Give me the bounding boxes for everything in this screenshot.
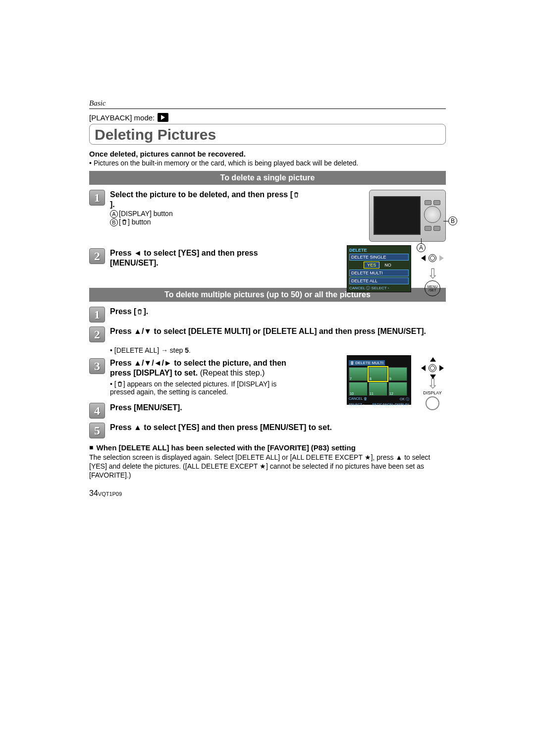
playback-icon [158,113,168,122]
single-step1-sub-b: B[] button [110,218,302,226]
intro-note: Pictures on the built-in memory or the c… [89,159,446,167]
single-step1-text: Select the picture to be deleted, and th… [110,190,302,210]
delete-multi-illustration: 🗑 DELETE MULTI 7 8 9 10 11 12 CANCEL 🗑OK… [347,355,411,405]
title-box: Deleting Pictures [89,124,446,145]
callout-b-icon: B [110,218,118,226]
multi-step2: 2 Press ▲/▼ to select [DELETE MULTI] or … [89,326,446,342]
display-button-icon [426,396,439,410]
favorite-heading: ■ When [DELETE ALL] has been selected wi… [89,443,446,452]
star-icon: ★ [365,453,371,461]
dpad-icon [421,248,444,268]
single-step1: 1 Select the picture to be deleted, and … [89,190,302,226]
multi-step2-text: Press ▲/▼ to select [DELETE MULTI] or [D… [110,326,446,336]
bullet-icon [89,159,92,167]
step-number-icon: 1 [89,190,105,206]
trash-icon [121,218,128,225]
step-number-icon: 4 [89,403,105,419]
intro-note-text: Pictures on the built-in memory or the c… [94,159,359,167]
mode-label: [PLAYBACK] mode: [89,113,155,122]
callout-a-icon: A [110,210,118,218]
multi-step3-note: [] appears on the selected pictures. If … [110,380,302,396]
step-number-icon: 1 [89,307,105,323]
section-label: Basic [89,99,446,109]
single-step2: 2 Press ◄ to select [YES] and then press… [89,248,302,268]
trash-icon [293,191,300,198]
multi-step1: 1 Press []. [89,307,446,323]
dpad-icon [421,358,444,378]
single-step1-row: 1 Select the picture to be deleted, and … [89,190,446,226]
dpad-display-illustration: ⇩ DISPLAY [419,358,446,410]
subheader-single: To delete a single picture [89,171,446,185]
down-arrow-icon: ⇩ [419,380,446,388]
single-step2-text: Press ◄ to select [YES] and then press [… [110,248,302,268]
delete-menu-illustration: DELETE DELETE SINGLE YESNO DELETE MULTI … [347,245,411,292]
dpad-menuset-illustration: ⇩ MENU/SET [419,248,446,296]
delete-warning: Once deleted, pictures cannot be recover… [89,150,446,158]
multi-step5: 5 Press ▲ to select [YES] and then press… [89,423,446,438]
display-label: DISPLAY [419,390,446,395]
trash-icon [116,380,123,387]
page-footer: 34VQT1P09 [89,489,446,498]
step-number-icon: 5 [89,423,105,438]
multi-step3: 3 Press ▲/▼/◄/► to select the picture, a… [89,358,302,396]
down-arrow-icon: ⇩ [419,270,446,278]
mode-row: [PLAYBACK] mode: [89,113,446,122]
trash-icon [136,308,143,315]
star-icon: ★ [260,462,266,470]
single-step2-row: 2 Press ◄ to select [YES] and then press… [89,248,446,268]
favorite-body: The selection screen is displayed again.… [89,453,446,480]
manual-page: Basic [PLAYBACK] mode: Deleting Pictures… [89,99,446,498]
camera-illustration: A B [369,190,446,242]
step-number-icon: 2 [89,326,105,342]
menu-set-button-icon: MENU/SET [425,280,440,296]
single-step1-sub-a: A[DISPLAY] button [110,210,302,218]
step-number-icon: 3 [89,358,105,374]
multi-step3-row: 3 Press ▲/▼/◄/► to select the picture, a… [89,358,446,396]
camera-callout-b: B [448,216,457,225]
multi-step1-text: Press []. [110,307,446,317]
multi-step5-text: Press ▲ to select [YES] and then press [… [110,423,446,432]
step-number-icon: 2 [89,248,105,264]
page-title: Deleting Pictures [95,126,440,143]
delete-all-note: [DELETE ALL]step 5. [110,346,446,354]
square-bullet-icon: ■ [89,443,93,452]
multi-step3-text: Press ▲/▼/◄/► to select the picture, and… [110,358,302,378]
